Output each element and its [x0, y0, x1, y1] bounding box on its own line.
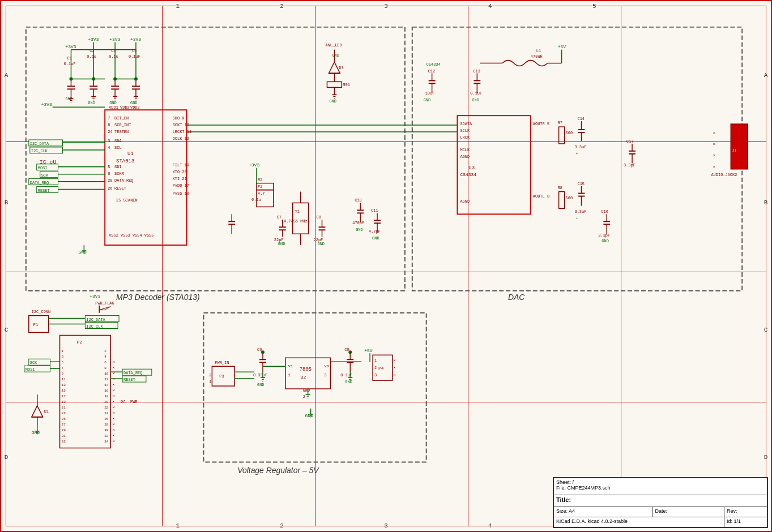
svg-text:34: 34 [104, 440, 109, 444]
svg-text:×: × [713, 164, 715, 169]
svg-text:C7: C7 [277, 215, 281, 220]
col-bot-3: 3 [334, 522, 438, 529]
svg-text:7: 7 [108, 116, 110, 121]
svg-text:M01: M01 [343, 83, 350, 87]
svg-text:14: 14 [104, 383, 109, 387]
svg-text:PvDD  17: PvDD 17 [173, 183, 189, 188]
svg-text:×: × [112, 359, 115, 364]
svg-text:470uH: 470uH [531, 54, 543, 59]
svg-text:DATA_REQ: DATA_REQ [123, 371, 142, 375]
svg-text:0.1uF: 0.1uF [64, 62, 76, 66]
col-1: 1 [126, 3, 230, 10]
svg-text:×: × [112, 365, 115, 370]
svg-text:FILT  19: FILT 19 [173, 163, 189, 168]
svg-text:GND: GND [372, 236, 379, 241]
svg-text:CS4334: CS4334 [426, 62, 441, 67]
svg-text:RESET: RESET [123, 377, 135, 382]
svg-text:GND: GND [602, 239, 609, 243]
svg-text:vo: vo [324, 364, 329, 368]
svg-text:14.7456 MHz: 14.7456 MHz [281, 219, 308, 224]
svg-text:0.1uF: 0.1uF [129, 54, 140, 59]
svg-text:C13: C13 [473, 69, 480, 74]
svg-text:10: 10 [104, 372, 109, 376]
svg-text:I2C_DATA: I2C_DATA [30, 141, 49, 146]
u2-box [285, 358, 331, 389]
svg-text:GND: GND [278, 242, 285, 246]
sheet-info: Sheet: / File: CMPE244MP3.sch [554, 478, 767, 495]
svg-text:U3: U3 [468, 165, 475, 171]
col-3: 3 [334, 3, 438, 10]
svg-text:GND: GND [356, 228, 363, 232]
svg-text:IC cU: IC cU [40, 159, 57, 165]
svg-rect-236 [29, 316, 49, 333]
svg-text:+3V3: +3V3 [41, 102, 52, 107]
svg-text:+5V: +5V [558, 44, 566, 49]
u1-label: U1 [127, 151, 134, 157]
svg-marker-310 [32, 406, 43, 417]
svg-text:16: 16 [104, 389, 109, 393]
svg-text:+3V3: +3V3 [89, 294, 100, 299]
svg-text:GND: GND [472, 98, 479, 102]
svg-text:20: 20 [104, 400, 109, 404]
svg-rect-199 [559, 192, 565, 209]
svg-text:VSS2 VSS3 VSS4 VSS5: VSS2 VSS3 VSS4 VSS5 [109, 233, 153, 238]
svg-text:×: × [112, 399, 115, 404]
svg-text:0.1uF: 0.1uF [340, 373, 352, 377]
svg-text:×: × [713, 153, 715, 158]
svg-text:RESET: RESET [114, 186, 126, 191]
u1-type: STA013 [116, 158, 134, 164]
svg-text:27: 27 [62, 423, 66, 427]
svg-text:3.3pF: 3.3pF [624, 163, 635, 168]
svg-text:SDO  9: SDO 9 [173, 116, 185, 121]
svg-text:2: 2 [104, 349, 106, 353]
svg-text:×: × [112, 382, 115, 387]
svg-text:×: × [393, 365, 396, 370]
svg-text:SDI: SDI [114, 165, 122, 169]
svg-text:×: × [112, 433, 115, 438]
svg-text:GND: GND [88, 101, 95, 105]
svg-text:C9: C9 [344, 347, 349, 352]
svg-text:19: 19 [62, 400, 66, 404]
svg-text:29: 29 [62, 428, 66, 432]
svg-text:560: 560 [566, 131, 573, 135]
vreg-section-box [203, 313, 426, 462]
svg-text:U2: U2 [301, 375, 306, 380]
svg-text:DA: DA [121, 400, 126, 404]
kicad-info: KiCad E.D.A. kicad 4.0.2-stable [554, 517, 724, 527]
svg-text:0.1u: 0.1u [251, 198, 261, 203]
svg-text:PWR_IN: PWR_IN [215, 361, 229, 365]
svg-text:31: 31 [62, 434, 66, 438]
svg-text:DATA_REQ: DATA_REQ [30, 181, 49, 185]
svg-text:15: 15 [62, 389, 66, 393]
id-field: Id: 1/1 [724, 517, 767, 527]
svg-text:GND: GND [329, 99, 336, 104]
svg-text:OCLK  12: OCLK 12 [173, 136, 189, 141]
svg-text:C4: C4 [132, 49, 137, 53]
svg-text:6: 6 [104, 361, 106, 364]
svg-text:VDD2: VDD2 [120, 105, 130, 110]
svg-text:4.7pF: 4.7pF [369, 229, 381, 234]
svg-text:GND: GND [318, 242, 325, 246]
svg-text:AOUTR  5: AOUTR 5 [533, 122, 549, 126]
mp3-label: MP3 Decoder (STA013) [116, 293, 200, 302]
junction-c9-top [348, 350, 352, 354]
sheet-label: Sheet: / [556, 479, 574, 485]
svg-text:PwR_FLAG: PwR_FLAG [95, 301, 114, 306]
svg-text:MOSI: MOSI [25, 367, 35, 372]
svg-text:×: × [112, 439, 115, 444]
title-field: Title: [554, 495, 767, 507]
row-letters-left: A B C D [1, 11, 11, 521]
row-b-right: B [761, 139, 771, 266]
svg-text:P2: P2 [76, 340, 82, 345]
svg-text:28: 28 [104, 423, 109, 427]
col-bot-2: 2 [230, 522, 334, 529]
svg-text:C1: C1 [67, 56, 72, 61]
schematic-canvas: 1 2 3 4 5 1 2 3 4 5 A B C D A B C D [0, 0, 772, 532]
svg-text:3.3uF: 3.3uF [575, 209, 587, 214]
svg-text:24: 24 [104, 411, 109, 415]
svg-text:4: 4 [108, 145, 110, 150]
svg-text:26: 26 [108, 186, 112, 191]
svg-text:D1: D1 [44, 409, 49, 414]
svg-text:17: 17 [62, 394, 66, 398]
row-letters-right: A B C D [761, 11, 771, 521]
